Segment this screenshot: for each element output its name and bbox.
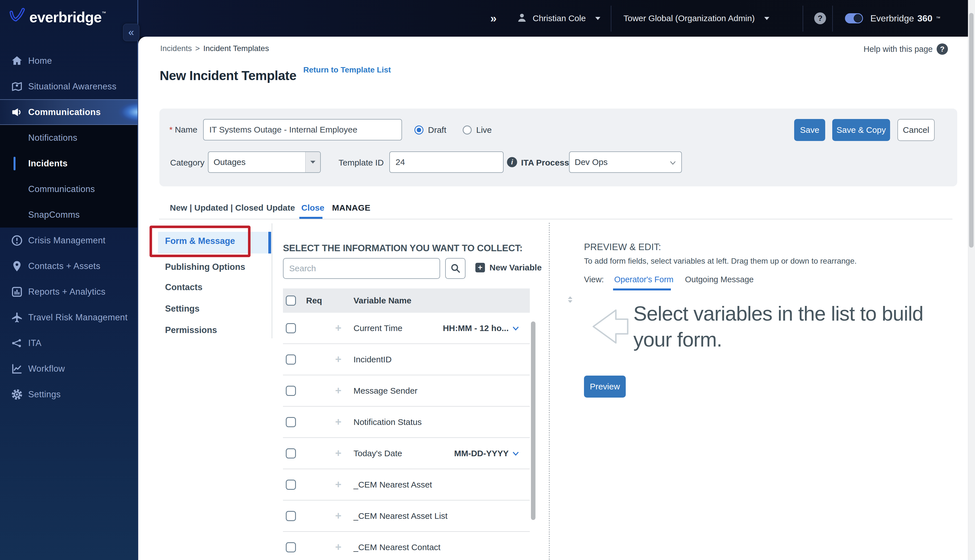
organization-menu[interactable]: Tower Global (Organization Admin) [623, 0, 769, 37]
table-row-notification-status[interactable]: + Notification Status [283, 407, 530, 438]
tab-operators-form[interactable]: Operator's Form [614, 275, 673, 284]
tab-new-updated-closed[interactable]: New | Updated | Closed [170, 203, 264, 213]
req-column-header: Req [306, 296, 322, 305]
table-row-todays-date[interactable]: + Today's Date MM-DD-YYYY [283, 438, 530, 469]
add-variable-icon[interactable]: + [335, 478, 341, 491]
divider [832, 6, 833, 32]
table-row-cem-nearest-asset[interactable]: + _CEM Nearest Asset [283, 469, 530, 500]
sidebar-item-snapcomms[interactable]: SnapComms [0, 202, 138, 228]
airplane-icon [10, 311, 24, 324]
dropdown-arrow-button[interactable] [305, 152, 320, 172]
sidebar-item-situational-awareness[interactable]: Situational Awareness [0, 73, 138, 99]
top-bar: » Christian Cole Tower Global (Organizat… [0, 0, 975, 37]
tab-manage[interactable]: MANAGE [332, 203, 371, 213]
phase-tabs: New | Updated | Closed Update Close MANA… [138, 203, 975, 219]
radio-unselected-icon [462, 125, 472, 135]
req-checkbox[interactable] [286, 542, 296, 552]
ita-process-select[interactable]: Dev Ops [569, 152, 682, 173]
cancel-button[interactable]: Cancel [897, 119, 935, 141]
add-variable-icon[interactable]: + [335, 416, 341, 428]
subnav-item-settings[interactable]: Settings [165, 304, 199, 314]
add-variable-icon[interactable]: + [335, 541, 341, 553]
table-row-message-sender[interactable]: + Message Sender [283, 375, 530, 407]
sidebar-item-communications[interactable]: Communications [0, 99, 138, 125]
add-variable-icon[interactable]: + [335, 322, 341, 334]
chevron-down-icon [511, 324, 520, 332]
sidebar-item-ita[interactable]: ITA [0, 330, 138, 356]
divider [803, 6, 803, 32]
sidebar-item-contacts-assets[interactable]: Contacts + Assets [0, 253, 138, 279]
table-row-cem-nearest-contact[interactable]: + _CEM Nearest Contact [283, 532, 530, 560]
add-variable-icon[interactable]: + [335, 510, 341, 522]
search-button[interactable] [445, 258, 466, 279]
sidebar-item-incidents[interactable]: Incidents [0, 150, 138, 176]
search-input[interactable] [283, 258, 440, 279]
sidebar-item-travel-risk-management[interactable]: Travel Risk Management [0, 305, 138, 330]
logo-trademark: ™ [102, 11, 106, 16]
add-variable-icon[interactable]: + [335, 353, 341, 365]
subnav-item-publishing-options[interactable]: Publishing Options [165, 262, 245, 272]
req-checkbox[interactable] [286, 480, 296, 490]
add-variable-icon[interactable]: + [335, 385, 341, 397]
help-with-page-link[interactable]: Help with this page ? [863, 43, 948, 55]
divider [611, 6, 611, 32]
sidebar-collapse-button[interactable]: « [123, 24, 139, 41]
tab-update[interactable]: Update [266, 203, 295, 213]
req-checkbox[interactable] [286, 448, 296, 458]
sidebar-item-settings[interactable]: Settings [0, 382, 138, 407]
new-variable-button[interactable]: + New Variable [475, 263, 542, 272]
req-checkbox[interactable] [286, 323, 296, 333]
home-icon [10, 54, 24, 68]
breadcrumb-incidents[interactable]: Incidents [160, 44, 192, 53]
help-menu[interactable]: ? [814, 0, 826, 37]
save-button[interactable]: Save [794, 119, 825, 141]
subnav-item-permissions[interactable]: Permissions [165, 325, 217, 335]
list-scrollbar[interactable] [531, 322, 536, 520]
status-radio-draft[interactable]: Draft [414, 125, 446, 135]
req-checkbox[interactable] [286, 355, 296, 365]
return-to-template-list-link[interactable]: Return to Template List [303, 65, 391, 75]
table-row-cem-nearest-asset-list[interactable]: + _CEM Nearest Asset List [283, 500, 530, 532]
table-row-current-time[interactable]: + Current Time HH:MM - 12 ho... [283, 313, 530, 344]
scrollbar-thumb[interactable] [969, 13, 973, 248]
user-menu[interactable]: Christian Cole [516, 0, 600, 37]
format-dropdown[interactable]: MM-DD-YYYY [454, 448, 520, 458]
expand-panel-icon[interactable]: » [490, 0, 496, 37]
main-content: Incidents > Incident Templates Help with… [138, 37, 975, 560]
everbridge-logo[interactable]: everbridge ™ [7, 7, 106, 29]
variable-name-column-header[interactable]: Variable Name [354, 296, 411, 305]
sidebar-item-notifications[interactable]: Notifications [0, 125, 138, 150]
info-icon[interactable]: i [507, 157, 517, 167]
preview-button[interactable]: Preview [584, 376, 626, 398]
sidebar-item-home[interactable]: Home [0, 48, 138, 73]
category-dropdown[interactable]: Outages [208, 152, 321, 173]
chevron-down-icon [669, 159, 677, 168]
sidebar-item-workflow[interactable]: Workflow [0, 356, 138, 382]
tab-close[interactable]: Close [301, 203, 324, 213]
tab-outgoing-message[interactable]: Outgoing Message [685, 275, 753, 284]
status-radio-live[interactable]: Live [462, 125, 492, 135]
table-row-incident-id[interactable]: + IncidentID [283, 344, 530, 375]
search-icon [450, 263, 461, 274]
format-dropdown[interactable]: HH:MM - 12 ho... [443, 323, 520, 333]
subnav-divider [272, 223, 272, 338]
sidebar-item-crisis-management[interactable]: Crisis Management [0, 228, 138, 253]
add-variable-icon[interactable]: + [335, 447, 341, 459]
req-checkbox[interactable] [286, 386, 296, 396]
template-id-input[interactable] [389, 152, 504, 173]
template-name-input[interactable] [203, 119, 402, 140]
ita-process-label: ITA Process [521, 158, 569, 167]
page-scrollbar[interactable] [968, 0, 975, 560]
collect-heading: SELECT THE INFORMATION YOU WANT TO COLLE… [283, 243, 523, 253]
save-and-copy-button[interactable]: Save & Copy [832, 119, 890, 141]
select-all-checkbox[interactable] [286, 295, 296, 306]
sort-icon[interactable] [568, 297, 573, 303]
req-checkbox[interactable] [286, 511, 296, 521]
subnav-item-contacts[interactable]: Contacts [165, 282, 202, 292]
sidebar-item-reports-analytics[interactable]: Reports + Analytics [0, 279, 138, 305]
location-pin-icon [10, 259, 24, 273]
sidebar-item-communications-sub[interactable]: Communications [0, 176, 138, 202]
alert-circle-icon [10, 234, 24, 247]
everbridge-360-toggle[interactable] [845, 0, 863, 37]
req-checkbox[interactable] [286, 417, 296, 427]
